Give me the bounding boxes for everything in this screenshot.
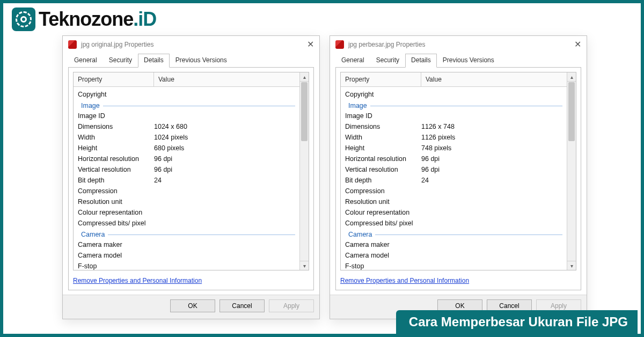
close-icon[interactable]: ✕ (307, 40, 314, 49)
header-property: Property (341, 72, 421, 86)
tab-details[interactable]: Details (138, 54, 170, 68)
tab-previous-versions[interactable]: Previous Versions (170, 54, 233, 68)
list-item[interactable]: Height748 pixels (341, 143, 567, 153)
titlebar[interactable]: jpg perbesar.jpg Properties ✕ (330, 36, 587, 53)
tab-panel: Property Value Copyright Image Image ID … (335, 67, 581, 290)
group-header-camera: Camera (74, 229, 299, 239)
close-icon[interactable]: ✕ (574, 40, 581, 49)
list-item[interactable]: Vertical resolution96 dpi (74, 164, 299, 175)
window-title: jpg perbesar.jpg Properties (348, 41, 425, 48)
list-item[interactable]: Colour representation (74, 207, 299, 218)
list-item[interactable]: Image ID (341, 111, 567, 121)
file-type-icon (335, 40, 344, 49)
group-header-camera: Camera (341, 229, 567, 239)
list-item[interactable]: Bit depth24 (341, 175, 567, 186)
details-list: Property Value Copyright Image Image ID … (340, 72, 576, 270)
list-item[interactable]: Horizontal resolution96 dpi (74, 153, 299, 164)
scroll-up-icon[interactable]: ▴ (300, 72, 309, 82)
header-value: Value (154, 72, 299, 86)
properties-dialog-perbesar: jpg perbesar.jpg Properties ✕ General Se… (330, 35, 587, 319)
list-item[interactable]: Width1126 pixels (341, 132, 567, 143)
scrollbar[interactable]: ▴ ▾ (299, 72, 309, 270)
list-item[interactable]: Image ID (74, 111, 299, 121)
tab-security[interactable]: Security (103, 54, 138, 68)
scrollbar[interactable]: ▴ ▾ (567, 72, 576, 270)
list-item[interactable]: Compressed bits/ pixel (341, 218, 567, 229)
details-list: Property Value Copyright Image Image ID … (73, 72, 309, 270)
remove-properties-link[interactable]: Remove Properties and Personal Informati… (73, 277, 202, 284)
list-item[interactable]: Camera model (341, 250, 567, 261)
list-item[interactable]: Resolution unit (341, 196, 567, 207)
logo-text: Teknozone.iD (39, 8, 156, 31)
tab-details[interactable]: Details (405, 54, 437, 68)
article-title-banner: Cara Memperbesar Ukuran File JPG (396, 310, 638, 334)
scroll-up-icon[interactable]: ▴ (567, 72, 576, 82)
list-item[interactable]: Compressed bits/ pixel (74, 218, 299, 229)
tab-general[interactable]: General (335, 54, 370, 68)
tab-general[interactable]: General (68, 54, 103, 68)
list-item[interactable]: Vertical resolution96 dpi (341, 164, 567, 175)
list-item[interactable]: Dimensions1024 x 680 (74, 121, 299, 132)
list-item[interactable]: Camera model (74, 250, 299, 261)
logo-mark-icon (12, 8, 35, 31)
tab-security[interactable]: Security (370, 54, 405, 68)
list-item[interactable]: Camera maker (74, 239, 299, 250)
group-header-image: Image (74, 100, 299, 111)
file-type-icon (68, 40, 77, 49)
ok-button[interactable]: OK (170, 299, 215, 312)
list-item[interactable]: Copyright (341, 89, 567, 100)
list-item[interactable]: Bit depth24 (74, 175, 299, 186)
header-value: Value (421, 72, 567, 86)
list-item[interactable]: Height680 pixels (74, 143, 299, 153)
group-header-image: Image (341, 100, 567, 111)
tab-previous-versions[interactable]: Previous Versions (437, 54, 500, 68)
scroll-down-icon[interactable]: ▾ (567, 261, 576, 270)
list-item[interactable]: Resolution unit (74, 196, 299, 207)
list-item[interactable]: F-stop (341, 261, 567, 270)
list-item[interactable]: Camera maker (341, 239, 567, 250)
window-title: jpg original.jpg Properties (81, 41, 153, 48)
scroll-thumb[interactable] (301, 82, 308, 141)
tab-strip: General Security Details Previous Versio… (63, 53, 319, 67)
scroll-down-icon[interactable]: ▾ (300, 261, 309, 270)
apply-button: Apply (269, 299, 314, 312)
list-item[interactable]: Compression (74, 186, 299, 196)
list-item[interactable]: Colour representation (341, 207, 567, 218)
list-item[interactable]: Dimensions1126 x 748 (341, 121, 567, 132)
list-header: Property Value (341, 72, 567, 87)
titlebar[interactable]: jpg original.jpg Properties ✕ (63, 36, 319, 53)
cancel-button[interactable]: Cancel (219, 299, 265, 312)
tab-strip: General Security Details Previous Versio… (330, 53, 587, 67)
site-logo: Teknozone.iD (12, 8, 156, 31)
list-item[interactable]: F-stop (74, 261, 299, 270)
list-item[interactable]: Copyright (74, 89, 299, 100)
scroll-thumb[interactable] (568, 82, 575, 141)
list-item[interactable]: Compression (341, 186, 567, 196)
properties-dialog-original: jpg original.jpg Properties ✕ General Se… (62, 35, 320, 319)
list-item[interactable]: Horizontal resolution96 dpi (341, 153, 567, 164)
remove-properties-link[interactable]: Remove Properties and Personal Informati… (340, 277, 469, 284)
list-header: Property Value (74, 72, 299, 87)
header-property: Property (74, 72, 154, 86)
tab-panel: Property Value Copyright Image Image ID … (68, 67, 314, 290)
list-item[interactable]: Width1024 pixels (74, 132, 299, 143)
dialog-button-row: OK Cancel Apply (63, 295, 319, 319)
